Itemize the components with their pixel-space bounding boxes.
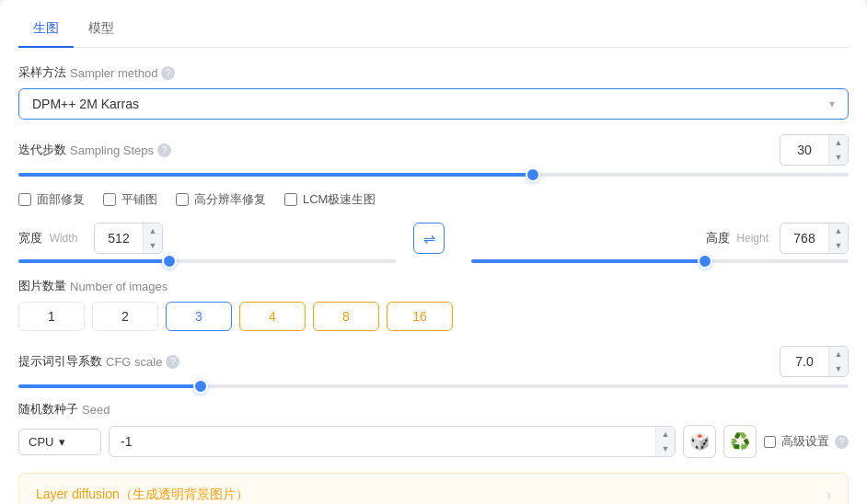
seed-device-chevron: ▾: [59, 435, 65, 449]
cfg-slider-thumb[interactable]: [193, 379, 208, 394]
seed-device-value: CPU: [29, 435, 53, 449]
cfg-spin-btns: ▲ ▼: [828, 347, 848, 376]
sampler-value: DPM++ 2M Karras: [32, 97, 139, 111]
checkboxes-row: 面部修复 平铺图 高分辨率修复 LCM极速生图: [18, 191, 849, 208]
checkbox-tiling[interactable]: 平铺图: [103, 191, 157, 208]
tab-shengtu[interactable]: 生图: [18, 15, 74, 48]
checkbox-face-restore-input[interactable]: [18, 193, 31, 206]
height-spin-down[interactable]: ▼: [829, 238, 848, 253]
checkbox-hires-input[interactable]: [176, 193, 189, 206]
height-slider-thumb[interactable]: [698, 254, 712, 269]
width-slider-thumb[interactable]: [162, 254, 177, 269]
height-input[interactable]: [780, 227, 828, 249]
steps-spin-up[interactable]: ▲: [829, 135, 848, 150]
dice-button[interactable]: 🎲: [683, 425, 716, 458]
cfg-label-en: CFG scale: [106, 355, 162, 369]
checkbox-hires[interactable]: 高分辨率修复: [176, 191, 266, 208]
cfg-input-box: ▲ ▼: [780, 346, 849, 377]
height-spin-btns: ▲ ▼: [828, 223, 848, 253]
steps-slider-thumb[interactable]: [526, 167, 540, 182]
checkbox-lcm[interactable]: LCM极速生图: [284, 191, 376, 208]
width-slider[interactable]: [18, 259, 396, 263]
seed-label-en: Seed: [82, 403, 110, 417]
steps-input[interactable]: [780, 139, 828, 161]
height-input-box: ▲ ▼: [780, 223, 849, 254]
count-btn-16[interactable]: 16: [387, 302, 453, 331]
steps-spin-btns: ▲ ▼: [828, 135, 848, 165]
seed-label: 随机数种子 Seed: [18, 401, 849, 418]
checkbox-lcm-label: LCM极速生图: [303, 191, 376, 208]
cfg-spin-down[interactable]: ▼: [829, 361, 848, 376]
checkbox-tiling-label: 平铺图: [121, 191, 157, 208]
cfg-input[interactable]: [780, 350, 828, 372]
sampler-dropdown[interactable]: DPM++ 2M Karras ▾: [18, 88, 849, 120]
seed-spin-up[interactable]: ▲: [656, 427, 675, 441]
width-spin-btns: ▲ ▼: [143, 223, 162, 253]
height-spin-up[interactable]: ▲: [829, 223, 848, 238]
image-count-label-en: Number of images: [70, 280, 168, 293]
steps-input-box: ▲ ▼: [780, 134, 849, 166]
count-btn-4[interactable]: 4: [239, 302, 306, 331]
wh-sliders-row: [18, 259, 849, 263]
cfg-slider[interactable]: [18, 384, 849, 388]
width-spin-up[interactable]: ▲: [144, 223, 162, 238]
count-btn-3[interactable]: 3: [166, 302, 232, 331]
sampler-label-en: Sampler method: [70, 66, 157, 80]
advanced-help-icon[interactable]: ?: [835, 435, 849, 449]
checkbox-lcm-input[interactable]: [284, 193, 297, 206]
steps-label: 迭代步数 Sampling Steps ?: [18, 142, 171, 158]
checkbox-face-restore[interactable]: 面部修复: [18, 191, 85, 208]
count-btn-1[interactable]: 1: [18, 302, 85, 331]
cfg-label-zh: 提示词引导系数: [18, 353, 102, 370]
image-count-label: 图片数量 Number of images: [18, 278, 849, 294]
width-slider-track: [18, 259, 396, 263]
height-label: 高度 Height: [695, 230, 769, 246]
height-slider-track: [471, 259, 849, 263]
image-count-buttons: 1 2 3 4 8 16: [18, 302, 849, 331]
count-btn-2[interactable]: 2: [92, 302, 158, 331]
width-input[interactable]: [95, 227, 143, 249]
width-spin-down[interactable]: ▼: [144, 238, 162, 253]
seed-spin-down[interactable]: ▼: [656, 441, 675, 456]
cfg-section: 提示词引导系数 CFG scale ? ▲ ▼: [18, 346, 849, 388]
advanced-settings-row: 高级设置 ?: [764, 433, 849, 450]
width-label-zh: 宽度: [18, 231, 42, 245]
sampler-help-icon[interactable]: ?: [161, 66, 175, 80]
steps-label-en: Sampling Steps: [70, 143, 154, 157]
cfg-slider-track: [18, 384, 849, 388]
swap-icon: ⇌: [423, 230, 435, 247]
width-label: 宽度 Width: [18, 230, 83, 246]
seed-input[interactable]: [110, 429, 655, 454]
cfg-help-icon[interactable]: ?: [166, 355, 179, 369]
checkbox-face-restore-label: 面部修复: [37, 191, 85, 208]
seed-label-row: 随机数种子 Seed: [18, 401, 849, 418]
height-label-zh: 高度: [706, 231, 730, 245]
steps-slider-fill: [18, 173, 533, 177]
cfg-label: 提示词引导系数 CFG scale ?: [18, 353, 179, 370]
sampler-dropdown-arrow: ▾: [829, 97, 835, 110]
checkbox-tiling-input[interactable]: [103, 193, 116, 206]
steps-help-icon[interactable]: ?: [157, 143, 171, 157]
layer-diffusion-banner[interactable]: Layer diffusion（生成透明背景图片） ›: [18, 473, 849, 504]
cfg-slider-fill: [18, 384, 201, 388]
tab-moxing[interactable]: 模型: [74, 15, 129, 48]
recycle-icon: ♻️: [730, 431, 750, 452]
cfg-spin-up[interactable]: ▲: [829, 347, 848, 361]
height-label-en: Height: [736, 232, 769, 245]
steps-spin-down[interactable]: ▼: [829, 150, 848, 165]
seed-label-zh: 随机数种子: [18, 401, 78, 418]
height-slider[interactable]: [471, 259, 849, 263]
sampler-label-zh: 采样方法: [18, 64, 66, 81]
seed-device-dropdown[interactable]: CPU ▾: [18, 429, 101, 455]
count-btn-8[interactable]: 8: [313, 302, 379, 331]
steps-slider-track: [18, 173, 849, 177]
steps-slider[interactable]: [18, 173, 849, 177]
tabs-bar: 生图 模型: [18, 15, 849, 48]
advanced-settings-label: 高级设置: [781, 433, 829, 450]
height-slider-fill: [471, 259, 705, 263]
swap-wh-button[interactable]: ⇌: [413, 223, 445, 254]
seed-input-wrap: ▲ ▼: [109, 426, 676, 457]
recycle-button[interactable]: ♻️: [723, 425, 757, 458]
main-container: 生图 模型 采样方法 Sampler method ? DPM++ 2M Kar…: [0, 0, 867, 504]
advanced-settings-checkbox[interactable]: [764, 436, 776, 448]
